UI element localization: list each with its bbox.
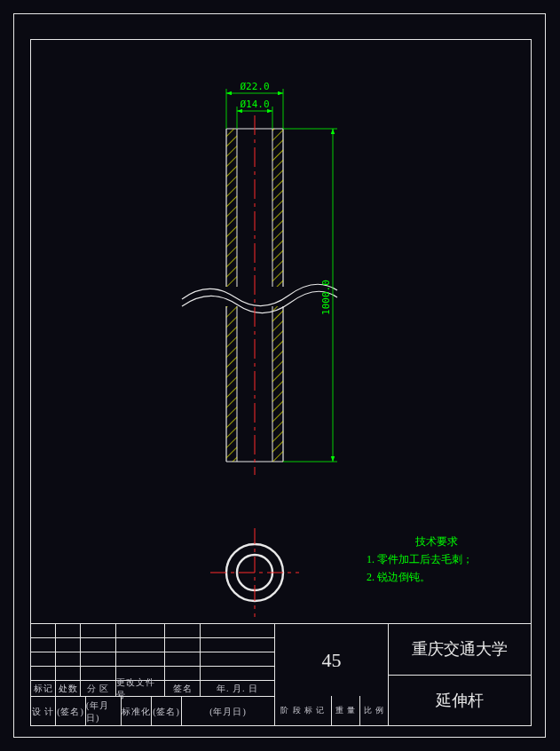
sheet-outer-frame: Ø22.0 Ø14.0 1000.0 技术要 [13,13,546,738]
svg-text:1. 零件加工后去毛刺；: 1. 零件加工后去毛刺； [367,553,473,565]
hdr-zone: 分 区 [81,681,116,696]
tech-notes: 技术要求 1. 零件加工后去毛刺； 2. 锐边倒钝。 [367,533,544,604]
hdr-signp2: (签名) [152,697,182,726]
notes-heading: 技术要求 [414,535,458,548]
hdr-datep1: (年月日) [86,697,122,726]
name-block: 重庆交通大学 延伸杆 [389,624,531,725]
part-name: 延伸杆 [389,676,531,726]
hdr-std: 标准化 [122,697,152,726]
hdr-chgdoc: 更改文件号 [116,681,165,696]
hdr-datep2: (年月日) [182,697,274,726]
front-view: Ø22.0 Ø14.0 1000.0 [31,40,532,502]
end-view [201,519,308,626]
hdr-scale: 比 例 [360,696,388,725]
title-block: 标记 处数 分 区 更改文件号 签名 年. 月. 日 设 计 (签名) (年月日… [31,623,531,725]
dim-length: 1000.0 [320,280,332,315]
hdr-date: 年. 月. 日 [201,681,274,696]
material-code: 45 [275,624,388,696]
revision-table: 标记 处数 分 区 更改文件号 签名 年. 月. 日 设 计 (签名) (年月日… [31,624,275,725]
hdr-design: 设 计 [31,697,56,726]
hdr-mass: 重 量 [332,696,360,725]
hdr-signp1: (签名) [56,697,86,726]
dim-inner-dia: Ø14.0 [240,99,269,110]
svg-text:2. 锐边倒钝。: 2. 锐边倒钝。 [367,571,430,583]
hdr-sign: 签名 [165,681,201,696]
hdr-stage: 阶 段 标 记 [275,696,332,725]
hdr-loc: 处数 [56,681,81,696]
drawing-frame: Ø22.0 Ø14.0 1000.0 技术要 [30,39,532,726]
dim-outer-dia: Ø22.0 [240,81,269,92]
hdr-mark: 标记 [31,681,56,696]
drawing-area: Ø22.0 Ø14.0 1000.0 技术要 [31,40,531,626]
institution: 重庆交通大学 [389,624,531,676]
material-block: 45 阶 段 标 记 重 量 比 例 [275,624,389,725]
